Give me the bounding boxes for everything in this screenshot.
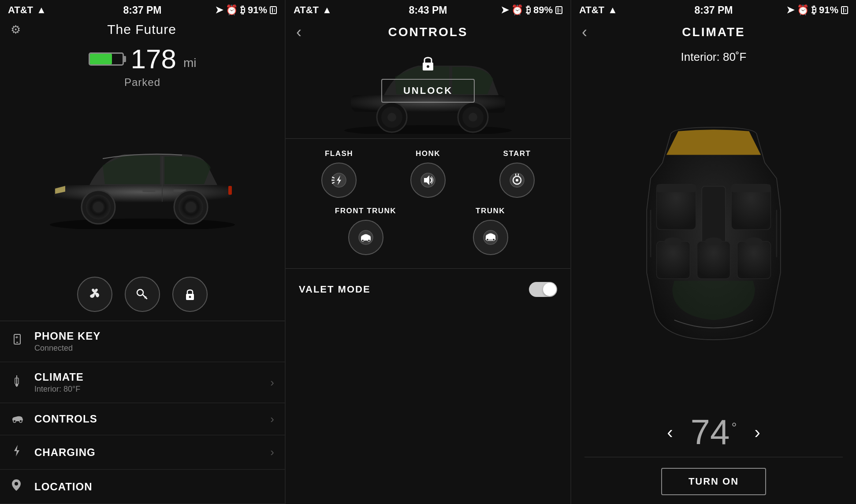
svg-rect-50 — [697, 241, 730, 279]
svg-point-54 — [745, 237, 762, 245]
svg-point-21 — [15, 482, 18, 485]
climate-text: CLIMATE Interior: 80°F — [34, 371, 270, 394]
menu-item-controls[interactable]: CONTROLS › — [0, 403, 285, 435]
temperature-value: 74° — [691, 412, 737, 452]
svg-point-22 — [344, 125, 512, 134]
menu-item-climate[interactable]: CLIMATE Interior: 80°F › — [0, 362, 285, 403]
location-icon-3: ➤ — [786, 4, 794, 16]
bt-icon-3: ₿ — [811, 4, 816, 16]
time-3: 8:37 PM — [695, 4, 733, 16]
climate-divider — [584, 457, 843, 457]
menu-list: PHONE KEY Connected CLIMATE Interior: 80… — [0, 321, 285, 504]
temp-decrease-button[interactable]: ‹ — [662, 418, 677, 447]
trunk-button[interactable] — [473, 220, 508, 255]
unlock-button[interactable]: UNLOCK — [381, 79, 475, 103]
controls-grid-row1: FLASH HONK START — [286, 149, 570, 207]
svg-point-38 — [368, 240, 370, 242]
range-unit: mi — [183, 56, 197, 70]
alarm-icon-2: ⏰ — [511, 4, 523, 16]
temp-increase-button[interactable]: › — [750, 418, 764, 447]
honk-button[interactable] — [410, 163, 446, 198]
svg-point-9 — [186, 202, 196, 212]
controls-arrow: › — [270, 412, 274, 426]
turn-on-button[interactable]: TURN ON — [661, 468, 766, 495]
location-icon-1: ➤ — [215, 4, 223, 16]
charging-text: CHARGING — [34, 446, 270, 459]
svg-point-35 — [516, 179, 518, 182]
flash-label: FLASH — [325, 149, 353, 158]
range-row: 178 mi — [0, 43, 285, 74]
svg-point-40 — [486, 239, 488, 241]
climate-sub: Interior: 80°F — [34, 385, 270, 394]
lock-button[interactable] — [172, 277, 208, 312]
phone-key-icon — [11, 334, 28, 350]
unlock-container: UNLOCK — [381, 55, 475, 103]
gear-icon[interactable]: ⚙ — [11, 23, 21, 37]
battery-bar-1 — [270, 6, 277, 14]
battery-indicator — [89, 52, 124, 66]
bt-icon-2: ₿ — [526, 4, 531, 16]
controls-title-header: CONTROLS — [388, 25, 468, 39]
start-label: START — [503, 149, 531, 158]
location-title: LOCATION — [34, 481, 274, 493]
alarm-icon-1: ⏰ — [226, 4, 238, 16]
charging-title: CHARGING — [34, 446, 270, 459]
back-button-3[interactable]: ‹ — [582, 23, 587, 41]
vehicle-name: The Future — [107, 22, 176, 37]
trunk-label: TRUNK — [476, 207, 505, 215]
interior-temp-label: Interior: 80˚F — [571, 50, 856, 64]
honk-label: HONK — [416, 149, 440, 158]
ctrl-flash: FLASH — [294, 149, 383, 198]
controls-grid-row2: FRONT TRUNK TRUNK — [286, 207, 570, 264]
climate-car-view — [571, 64, 856, 403]
status-bar-2: AT&T ▲ 8:43 PM ➤ ⏰ ₿ 89% — [286, 0, 570, 18]
alarm-icon-3: ⏰ — [797, 4, 809, 16]
svg-point-18 — [15, 384, 18, 386]
svg-point-6 — [93, 202, 104, 212]
battery-bar-3 — [841, 6, 848, 14]
controls-header: ‹ CONTROLS — [286, 18, 570, 41]
svg-rect-49 — [657, 241, 690, 279]
svg-point-13 — [189, 296, 191, 298]
climate-arrow: › — [270, 376, 274, 389]
carrier-2: AT&T — [294, 4, 319, 16]
svg-point-37 — [361, 240, 364, 242]
temperature-control: ‹ 74° › — [571, 403, 856, 457]
svg-point-41 — [492, 239, 495, 241]
flash-button[interactable] — [321, 163, 357, 198]
back-button-2[interactable]: ‹ — [296, 23, 301, 41]
svg-point-52 — [664, 237, 681, 245]
climate-icon — [11, 374, 28, 391]
car-side-svg — [32, 132, 253, 229]
start-button[interactable] — [499, 163, 535, 198]
svg-rect-10 — [228, 186, 232, 195]
carrier-1: AT&T — [8, 4, 33, 16]
wifi-icon-1: ▲ — [37, 4, 46, 16]
svg-point-20 — [19, 420, 22, 422]
controls-divider-1 — [286, 138, 570, 139]
ctrl-front-trunk: FRONT TRUNK — [303, 207, 428, 255]
fan-button[interactable] — [77, 277, 112, 312]
controls-car-area: UNLOCK — [286, 41, 570, 138]
bt-icon-1: ₿ — [240, 4, 245, 16]
ctrl-trunk: TRUNK — [428, 207, 553, 255]
controls-divider-2 — [286, 268, 570, 269]
time-2: 8:43 PM — [409, 4, 447, 16]
front-trunk-label: FRONT TRUNK — [335, 207, 396, 215]
menu-item-charging[interactable]: CHARGING › — [0, 435, 285, 470]
toggle-thumb — [543, 283, 556, 296]
key-button[interactable] — [125, 277, 160, 312]
ctrl-honk: HONK — [383, 149, 473, 198]
climate-car-topdown-svg — [639, 123, 789, 344]
time-1: 8:37 PM — [123, 4, 162, 16]
menu-item-phone-key[interactable]: PHONE KEY Connected — [0, 321, 285, 362]
vehicle-status: Parked — [0, 76, 285, 89]
menu-item-location[interactable]: LOCATION — [0, 470, 285, 504]
lock-icon-ctrl — [420, 55, 436, 75]
front-trunk-button[interactable] — [348, 220, 383, 255]
location-text: LOCATION — [34, 481, 274, 493]
valet-mode-toggle[interactable] — [529, 282, 557, 297]
svg-point-28 — [469, 113, 477, 122]
svg-rect-46 — [657, 184, 696, 192]
charging-arrow: › — [270, 445, 274, 459]
